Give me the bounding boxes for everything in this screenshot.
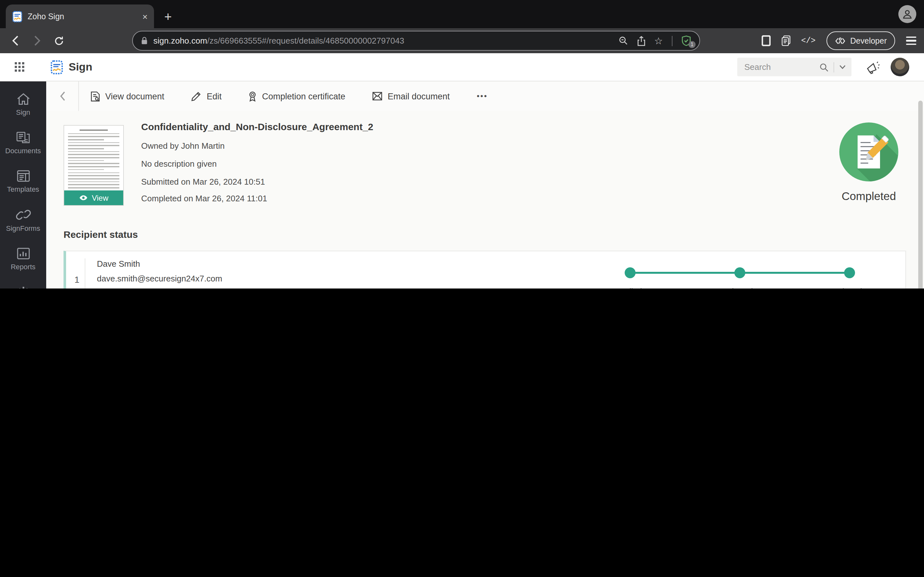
app-header: Sign bbox=[0, 53, 924, 81]
pencil-icon bbox=[191, 91, 202, 101]
recipient-row: 1 Dave Smith dave.smith@securesign24x7.c… bbox=[63, 251, 906, 288]
announcements-icon[interactable] bbox=[866, 60, 880, 74]
page-scrollbar[interactable] bbox=[918, 101, 923, 288]
browser-toolbar: sign.zoho.com/zs/669663555#/request/deta… bbox=[0, 28, 924, 53]
chevron-down-icon[interactable] bbox=[839, 65, 846, 69]
completed-status-icon bbox=[807, 122, 924, 181]
eye-icon bbox=[79, 195, 88, 201]
timeline-step-label: Mailed bbox=[618, 287, 642, 288]
clipboard-icon[interactable] bbox=[781, 35, 790, 46]
developer-profile-button[interactable]: Developer bbox=[827, 31, 895, 50]
recipient-timeline: Mailed Viewed Signed bbox=[630, 268, 850, 288]
document-title: Confidentiality_and_Non-Disclosure_Agree… bbox=[141, 121, 373, 132]
templates-icon bbox=[16, 170, 30, 182]
email-document-button[interactable]: Email document bbox=[372, 91, 450, 101]
recipient-order: 1 bbox=[74, 274, 79, 285]
new-tab-icon[interactable]: + bbox=[164, 10, 172, 23]
toolbar-divider bbox=[78, 81, 79, 111]
status-badge: Completed bbox=[807, 122, 924, 203]
document-action-bar: View document Edit Completion certificat… bbox=[46, 81, 924, 111]
reports-icon bbox=[16, 247, 30, 259]
sidebar: Sign Documents Templates SignForms Repor… bbox=[0, 81, 46, 288]
envelope-icon bbox=[372, 92, 383, 101]
thumbnail-page bbox=[68, 128, 120, 190]
document-completed: Completed on Mar 26, 2024 11:01 bbox=[141, 193, 373, 203]
back-icon[interactable] bbox=[8, 35, 23, 46]
browser-tab-strip: Zoho Sign × + bbox=[0, 0, 924, 28]
recipient-name: Dave Smith bbox=[97, 259, 140, 269]
zoho-sign-favicon bbox=[12, 11, 23, 22]
shield-badge: 1 bbox=[688, 41, 696, 48]
sidebar-item-templates[interactable]: Templates bbox=[0, 170, 46, 193]
view-document-button[interactable]: View document bbox=[90, 91, 164, 102]
url-host: sign.zoho.com bbox=[153, 36, 207, 45]
details-scroll-area: View Confidentiality_and_Non-Disclosure_… bbox=[46, 111, 924, 288]
browser-tab[interactable]: Zoho Sign × bbox=[6, 5, 154, 28]
sidebar-item-settings[interactable]: Settings bbox=[0, 286, 46, 288]
url-path: /zs/669663555#/request/details/468500000… bbox=[207, 36, 404, 45]
menu-icon[interactable] bbox=[906, 36, 916, 45]
screen: Zoho Sign × + sign.zoho.com/zs/669663555… bbox=[0, 0, 924, 288]
developer-label: Developer bbox=[850, 36, 887, 45]
recipient-status-heading: Recipient status bbox=[63, 229, 138, 240]
home-icon bbox=[16, 93, 30, 105]
back-chevron-icon[interactable] bbox=[60, 91, 65, 101]
sidebar-item-documents[interactable]: Documents bbox=[0, 131, 46, 155]
forward-icon[interactable] bbox=[29, 35, 45, 46]
link-icon bbox=[16, 208, 31, 221]
recipient-divider bbox=[85, 258, 86, 288]
privacy-shield-icon[interactable]: 1 bbox=[682, 35, 691, 46]
document-view-icon bbox=[90, 91, 100, 102]
timeline-step-label: Signed bbox=[837, 287, 862, 288]
zoho-sign-logo bbox=[51, 60, 63, 74]
bookmark-star-icon[interactable]: ☆ bbox=[654, 36, 663, 45]
document-submitted: Submitted on Mar 26, 2024 10:51 bbox=[141, 177, 373, 187]
timeline-dot bbox=[625, 268, 636, 278]
app-name: Sign bbox=[69, 61, 92, 73]
timeline-dot bbox=[844, 268, 855, 278]
sidebar-item-sign[interactable]: Sign bbox=[0, 93, 46, 116]
view-thumbnail-button[interactable]: View bbox=[64, 190, 123, 205]
search-icon[interactable] bbox=[819, 63, 829, 71]
status-label: Completed bbox=[807, 190, 924, 203]
refresh-icon[interactable] bbox=[51, 35, 67, 46]
document-description: No description given bbox=[141, 159, 373, 169]
search-page-icon[interactable] bbox=[618, 36, 628, 45]
global-search[interactable] bbox=[737, 58, 851, 76]
user-avatar[interactable] bbox=[891, 58, 909, 76]
completion-certificate-button[interactable]: Completion certificate bbox=[249, 91, 346, 102]
browser-profile-avatar[interactable] bbox=[898, 5, 916, 23]
sidebar-item-signforms[interactable]: SignForms bbox=[0, 208, 46, 232]
lock-icon bbox=[141, 37, 148, 45]
gear-icon bbox=[16, 286, 30, 288]
document-summary: Confidentiality_and_Non-Disclosure_Agree… bbox=[141, 121, 373, 211]
edit-button[interactable]: Edit bbox=[191, 91, 222, 101]
more-actions-icon[interactable]: ••• bbox=[477, 92, 488, 101]
devtools-code-icon[interactable]: </> bbox=[801, 36, 816, 45]
document-thumbnail[interactable]: View bbox=[63, 125, 124, 206]
share-icon[interactable] bbox=[637, 35, 645, 46]
main-content: View document Edit Completion certificat… bbox=[46, 81, 924, 288]
recipient-email: dave.smith@securesign24x7.com bbox=[97, 274, 222, 284]
search-input[interactable] bbox=[743, 61, 819, 73]
tab-close-icon[interactable]: × bbox=[142, 12, 148, 21]
url-bar[interactable]: sign.zoho.com/zs/669663555#/request/deta… bbox=[132, 31, 700, 51]
timeline-step-label: Viewed bbox=[727, 287, 753, 288]
sidebar-toggle-icon[interactable] bbox=[761, 35, 771, 46]
documents-icon bbox=[16, 131, 30, 143]
search-divider bbox=[834, 62, 834, 72]
tab-title: Zoho Sign bbox=[27, 12, 137, 21]
ribbon-icon bbox=[249, 91, 257, 102]
url-divider bbox=[672, 35, 672, 46]
sidebar-item-reports[interactable]: Reports bbox=[0, 247, 46, 271]
document-owner: Owned by John Martin bbox=[141, 141, 373, 151]
app-grid-icon[interactable] bbox=[15, 62, 24, 72]
timeline-dot bbox=[734, 268, 745, 278]
